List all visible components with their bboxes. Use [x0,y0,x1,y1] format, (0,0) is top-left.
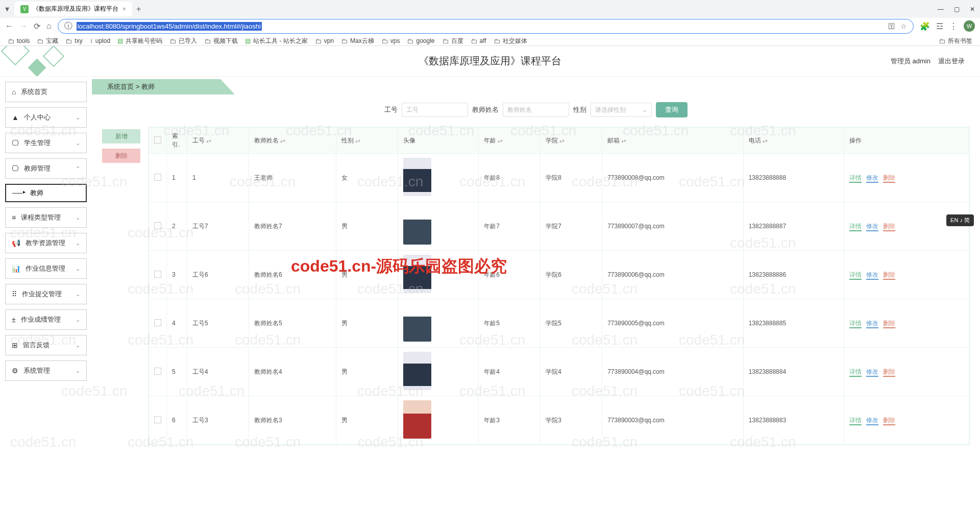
detail-link[interactable]: 详情 [849,223,862,231]
detail-link[interactable]: 详情 [849,417,862,425]
bookmark-item[interactable]: 🗀宝藏 [37,37,58,45]
cell-index: 6 [167,396,187,445]
select-sex[interactable]: 请选择性别 ⌄ [591,103,652,117]
chart-icon: 📊 [12,264,20,273]
input-gonghao[interactable] [402,103,468,117]
bookmark-item[interactable]: 🗀vps [381,37,400,45]
sidebar-item-resource[interactable]: 📢教学资源管理⌄ [5,233,87,253]
kebab-icon[interactable]: ⋮ [949,21,958,31]
sort-icon[interactable]: ▴▾ [206,139,211,142]
grid-icon: ⠿ [12,290,17,298]
info-icon[interactable]: ⓘ [64,21,72,32]
detail-link[interactable]: 详情 [849,271,862,280]
bookmark-item[interactable]: 🗀vpn [315,37,334,45]
maximize-icon[interactable]: ▢ [954,6,960,13]
key-icon[interactable]: ⚿ [888,22,895,30]
cell-age: 年龄8 [479,154,541,202]
row-checkbox[interactable] [154,368,161,375]
favicon: V [20,5,29,13]
sidebar-item-homework-info[interactable]: 📊作业信息管理⌄ [5,258,87,279]
edit-link[interactable]: 修改 [866,417,878,425]
checkbox-all[interactable] [154,136,161,143]
sidebar-item-personal[interactable]: ▲个人中心⌄ [5,107,87,128]
bookmark-item[interactable]: ▤站长工具 - 站长之家 [245,37,308,45]
bookmark-item[interactable]: 🗀tools [8,37,30,45]
bookmark-star-icon[interactable]: ☆ [900,22,907,30]
folder-icon: 🗀 [65,37,72,45]
bookmark-item[interactable]: 🗀已导入 [169,37,197,45]
menu-lines-icon[interactable]: ☲ [936,21,943,31]
sidebar-item-teacher[interactable]: 🖵教师管理⌃ [5,158,87,179]
sort-icon[interactable]: ▴▾ [559,139,565,142]
cell-gonghao: 工号4 [187,348,249,396]
delete-link[interactable]: 删除 [883,368,895,377]
close-window-icon[interactable]: ✕ [970,6,975,13]
row-checkbox[interactable] [154,416,161,423]
sidebar-item-home[interactable]: ⌂系统首页 [5,82,87,102]
back-icon[interactable]: ← [5,21,13,31]
cell-email: 773890006@qq.com [602,251,744,299]
bookmark-item[interactable]: 🗀视频下载 [204,37,238,45]
home-icon[interactable]: ⌂ [46,21,52,31]
extensions-icon[interactable]: 🧩 [920,21,930,31]
delete-link[interactable]: 删除 [883,271,895,280]
delete-link[interactable]: 删除 [883,417,895,425]
cell-sex: 女 [336,154,398,202]
sort-icon[interactable]: ▴▾ [280,139,285,142]
forward-icon[interactable]: → [19,21,28,31]
sort-icon[interactable]: ▴▾ [763,139,768,142]
bookmark-item[interactable]: ▤共享账号密码 [117,37,162,45]
detail-link[interactable]: 详情 [849,368,862,377]
row-checkbox[interactable] [154,222,161,229]
bookmark-item[interactable]: 🗀aff [471,37,486,45]
edit-link[interactable]: 修改 [866,223,878,231]
sidebar-item-course-type[interactable]: ≡课程类型管理⌄ [5,207,87,228]
all-bookmarks[interactable]: 🗀所有书签 [939,37,972,45]
input-name[interactable] [503,103,569,117]
logout-link[interactable]: 退出登录 [938,57,965,66]
table-container: 索引. 工号▴▾ 教师姓名▴▾ 性别▴▾ 头像 年龄▴▾ 学院▴▾ 邮箱▴▾ 电… [148,127,970,445]
bookmark-item[interactable]: ↕uplod [90,37,110,44]
bookmark-item[interactable]: 🗀txy [65,37,82,45]
row-checkbox[interactable] [154,271,161,278]
minimize-icon[interactable]: — [938,6,944,13]
delete-link[interactable]: 删除 [883,174,895,183]
edit-link[interactable]: 修改 [866,271,878,280]
bookmark-item[interactable]: 🗀Max云梯 [341,37,374,45]
edit-link[interactable]: 修改 [866,174,878,183]
sort-icon[interactable]: ▴▾ [621,139,626,142]
browser-tab[interactable]: V 《数据库原理及应用》课程平台 × [14,2,132,16]
new-tab-button[interactable]: + [136,5,141,14]
profile-avatar[interactable]: W [964,20,975,32]
edit-link[interactable]: 修改 [866,368,878,377]
sidebar-item-system[interactable]: ⚙系统管理⌄ [5,360,87,381]
dropdown-icon[interactable]: ▾ [5,4,9,14]
sidebar-item-feedback[interactable]: ⊞留言反馈⌄ [5,335,87,355]
bookmark-item[interactable]: 🗀百度 [442,37,463,45]
breadcrumb-home[interactable]: 系统首页 [107,83,134,90]
row-checkbox[interactable] [154,319,161,326]
detail-link[interactable]: 详情 [849,174,862,183]
sidebar-item-homework-submit[interactable]: ⠿作业提交管理⌄ [5,284,87,304]
edit-link[interactable]: 修改 [866,320,878,328]
close-icon[interactable]: × [122,6,126,13]
cell-gonghao: 工号3 [187,396,249,445]
sidebar-subitem-teacher[interactable]: 教师 [5,184,87,202]
row-checkbox[interactable] [154,174,161,181]
sidebar-item-homework-score[interactable]: ±作业成绩管理⌄ [5,309,87,330]
sort-icon[interactable]: ▴▾ [498,139,503,142]
delete-link[interactable]: 删除 [883,223,895,231]
tab-bar: ▾ V 《数据库原理及应用》课程平台 × + — ▢ ✕ [0,0,980,18]
sidebar-item-student[interactable]: 🖵学生管理⌄ [5,133,87,153]
url-input[interactable]: ⓘ localhost:8080/springboot1ws45/admin/d… [58,19,914,34]
ime-badge[interactable]: EN ♪ 简 [946,214,974,226]
add-button[interactable]: 新增 [102,129,140,143]
sort-icon[interactable]: ▴▾ [355,139,360,142]
delete-button[interactable]: 删除 [102,149,140,163]
delete-link[interactable]: 删除 [883,320,895,328]
bookmark-item[interactable]: 🗀社交媒体 [494,37,527,45]
reload-icon[interactable]: ⟳ [34,21,40,31]
bookmark-item[interactable]: 🗀google [407,37,434,45]
query-button[interactable]: 查询 [656,102,688,117]
detail-link[interactable]: 详情 [849,320,862,328]
